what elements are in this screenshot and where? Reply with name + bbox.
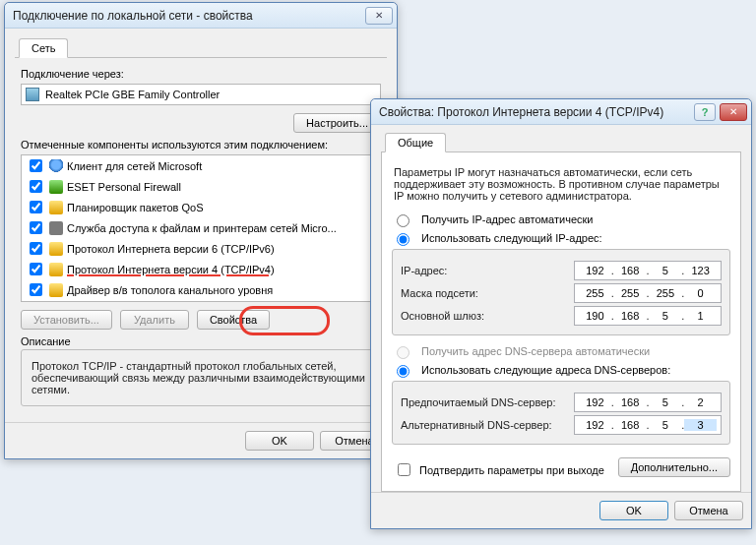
item-label: ESET Personal Firewall (67, 181, 181, 193)
ip-address-label: IP-адрес: (401, 265, 568, 276)
ok-button[interactable]: OK (599, 501, 668, 520)
close-icon[interactable]: ✕ (365, 7, 393, 25)
advanced-button[interactable]: Дополнительно... (618, 457, 730, 477)
item-icon (49, 263, 63, 276)
close-icon[interactable]: ✕ (720, 103, 747, 121)
item-label: Служба доступа к файлам и принтерам сете… (67, 222, 337, 234)
cancel-button[interactable]: Отмена (674, 501, 743, 520)
item-icon (49, 283, 63, 297)
item-icon (49, 180, 63, 194)
dns2-label: Альтернативный DNS-сервер: (401, 419, 568, 431)
adapter-icon (26, 88, 39, 101)
item-checkbox[interactable] (30, 201, 42, 213)
subnet-mask-input[interactable]: 255.255.255.0 (574, 283, 722, 303)
tabstrip: Сеть (15, 36, 387, 58)
item-label: Планировщик пакетов QoS (67, 202, 204, 213)
item-label: Клиент для сетей Microsoft (67, 160, 202, 172)
validate-label: Подтвердить параметры при выходе (419, 464, 604, 476)
description-title: Описание (21, 335, 381, 347)
dns2-input[interactable]: 192.168.5.3 (574, 415, 722, 435)
connect-via-label: Подключение через: (21, 68, 381, 80)
window-title: Подключение по локальной сети - свойства (13, 9, 363, 23)
ok-button[interactable]: OK (245, 431, 314, 451)
ip-address-input[interactable]: 192.168.5.123 (574, 261, 722, 280)
remove-button[interactable]: Удалить (120, 310, 189, 330)
item-icon (49, 221, 63, 235)
dns1-label: Предпочитаемый DNS-сервер: (401, 396, 568, 408)
list-item[interactable]: ESET Personal Firewall (22, 176, 380, 197)
window-title: Свойства: Протокол Интернета версии 4 (T… (379, 105, 694, 119)
item-checkbox[interactable] (30, 221, 42, 234)
item-label: Протокол Интернета версии 4 (TCP/IPv4) (67, 264, 275, 275)
dns-auto-radio: Получить адрес DNS-сервера автоматически (392, 343, 730, 359)
titlebar[interactable]: Подключение по локальной сети - свойства… (5, 3, 397, 29)
tabstrip: Общие (381, 131, 741, 152)
item-label: Драйвер в/в тополога канального уровня (67, 284, 273, 296)
item-checkbox[interactable] (30, 180, 42, 193)
list-item[interactable]: Протокол Интернета версии 4 (TCP/IPv4) (22, 259, 380, 279)
description-text: Протокол TCP/IP - стандартный протокол г… (30, 358, 372, 399)
gateway-input[interactable]: 190.168.5.1 (574, 306, 722, 326)
list-item[interactable]: Драйвер в/в тополога канального уровня (22, 279, 380, 300)
list-item[interactable]: Служба доступа к файлам и принтерам сете… (22, 217, 380, 238)
lan-properties-window: Подключение по локальной сети - свойства… (4, 2, 398, 459)
ipv4-properties-window: Свойства: Протокол Интернета версии 4 (T… (370, 98, 752, 529)
ip-auto-radio[interactable]: Получить IP-адрес автоматически (392, 212, 730, 227)
item-checkbox[interactable] (30, 159, 42, 172)
item-icon (49, 201, 63, 214)
item-icon (49, 242, 63, 256)
help-icon[interactable]: ? (694, 103, 716, 121)
item-label: Протокол Интернета версии 6 (TCP/IPv6) (67, 243, 275, 255)
list-item[interactable]: Клиент для сетей Microsoft (22, 155, 380, 176)
hint-text: Параметры IP могут назначаться автоматич… (394, 166, 728, 202)
install-button[interactable]: Установить... (21, 310, 112, 330)
item-icon (49, 159, 63, 173)
dns-manual-radio[interactable]: Использовать следующие адреса DNS-сервер… (392, 362, 730, 378)
list-item[interactable]: Протокол Интернета версии 6 (TCP/IPv6) (22, 238, 380, 259)
list-item[interactable]: Ответчик обнаружения топологии канальног… (22, 300, 380, 302)
ip-manual-radio[interactable]: Использовать следующий IP-адрес: (392, 230, 730, 246)
components-label: Отмеченные компоненты используются этим … (21, 139, 381, 151)
tab-network[interactable]: Сеть (19, 38, 68, 58)
adapter-name: Realtek PCIe GBE Family Controller (45, 89, 220, 100)
configure-button[interactable]: Настроить... (293, 113, 381, 133)
tab-general[interactable]: Общие (385, 133, 446, 152)
list-item[interactable]: Планировщик пакетов QoS (22, 197, 380, 217)
titlebar[interactable]: Свойства: Протокол Интернета версии 4 (T… (371, 99, 751, 125)
dns1-input[interactable]: 192.168.5.2 (574, 393, 722, 412)
subnet-mask-label: Маска подсети: (401, 287, 568, 299)
item-checkbox[interactable] (30, 242, 42, 255)
properties-button[interactable]: Свойства (197, 310, 270, 330)
item-checkbox[interactable] (30, 263, 42, 275)
validate-checkbox[interactable] (398, 463, 410, 476)
item-checkbox[interactable] (30, 283, 42, 296)
components-listbox[interactable]: Клиент для сетей MicrosoftESET Personal … (21, 154, 381, 302)
gateway-label: Основной шлюз: (401, 310, 568, 322)
